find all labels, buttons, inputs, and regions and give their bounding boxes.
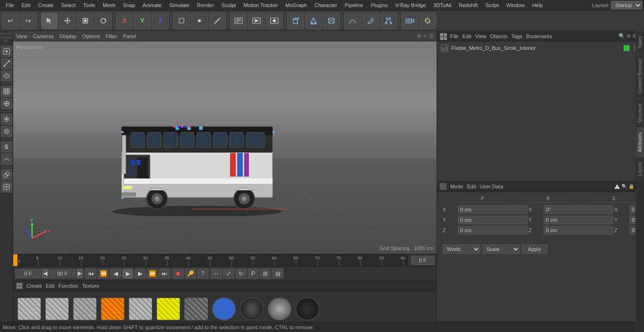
ap-lock-icon[interactable]: 🔒 (628, 184, 634, 189)
viewport-menu-cameras[interactable]: Cameras (33, 33, 54, 39)
end-frame-arrow[interactable]: ▶ (76, 269, 83, 278)
me-menu-texture[interactable]: Texture (82, 283, 99, 289)
menu-sculpt[interactable]: Sculpt (218, 1, 240, 9)
om-menu-tags[interactable]: Tags (512, 33, 522, 39)
end-frame-input[interactable] (50, 269, 75, 278)
viewport-menu-panel[interactable]: Panel (123, 33, 136, 39)
ap-pos-x-input[interactable] (458, 205, 528, 214)
menu-render[interactable]: Render (193, 1, 218, 9)
pivot-button[interactable]: P (248, 268, 259, 279)
menu-file[interactable]: File (2, 1, 18, 9)
ap-rot-x-input[interactable] (544, 205, 613, 214)
layout-dropdown[interactable]: Startup (611, 1, 642, 9)
bezier-button[interactable] (380, 12, 397, 29)
frame-input[interactable] (411, 256, 435, 265)
soft-selection-btn[interactable] (1, 126, 12, 137)
pen-tool-button[interactable] (362, 12, 379, 29)
world-dropdown[interactable]: World (443, 244, 480, 254)
menu-character[interactable]: Character (311, 1, 341, 9)
sculpt-btn[interactable] (1, 169, 12, 180)
move-keys-button[interactable]: ↔ (211, 268, 222, 279)
camera-button[interactable] (401, 12, 418, 29)
select-tool-button[interactable] (41, 12, 58, 29)
om-search2-icon[interactable]: ⊕ (627, 33, 631, 39)
tab-content-browser[interactable]: Content Browser (636, 53, 644, 98)
menu-select[interactable]: Select (58, 1, 80, 9)
me-menu-create[interactable]: Create (26, 283, 42, 289)
menu-3dtoall[interactable]: 3DToAll (429, 1, 455, 9)
next-keyframe-button[interactable]: ▶ (134, 268, 146, 279)
viewport-menu-view[interactable]: View (16, 33, 27, 39)
texture-mode-btn[interactable] (1, 86, 12, 97)
scale-keys-button[interactable]: ⤢ (223, 268, 234, 279)
menu-help[interactable]: Help (528, 1, 547, 9)
prev-keyframe-button[interactable]: ◀ (110, 268, 121, 279)
viewport-fullscreen-icon[interactable]: ⤢ (423, 33, 427, 39)
om-menu-file[interactable]: File (450, 33, 459, 39)
redo-button[interactable]: ↪ (20, 12, 37, 29)
spline-button[interactable] (344, 12, 361, 29)
smooth-btn[interactable] (1, 154, 12, 165)
interactive-render-button[interactable] (248, 12, 265, 29)
menu-snap[interactable]: Snap (119, 1, 139, 9)
auto-keyframe-button[interactable]: 🔑 (185, 268, 196, 279)
menu-window[interactable]: Window (503, 1, 528, 9)
menu-vray[interactable]: V-Ray Bridge (392, 1, 430, 9)
start-frame-input[interactable]: 0 F (15, 269, 41, 278)
prev-frame-button[interactable]: ⏪ (98, 268, 109, 279)
tab-structure[interactable]: Structure (636, 98, 644, 128)
om-menu-bookmarks[interactable]: Bookmarks (526, 33, 552, 39)
menu-redshift[interactable]: Redshift (455, 1, 481, 9)
ap-menu-edit[interactable]: Edit (467, 184, 476, 189)
viewport-settings-icon[interactable]: ☰ (429, 33, 434, 39)
ap-search-icon[interactable]: 🔍 (621, 184, 627, 189)
x-axis-button[interactable]: X (116, 12, 133, 29)
me-menu-edit[interactable]: Edit (46, 283, 55, 289)
menu-tools[interactable]: Tools (79, 1, 99, 9)
y-axis-button[interactable]: Y (134, 12, 151, 29)
tab-attributes[interactable]: Attributes (636, 127, 644, 157)
render-region-button[interactable] (230, 12, 247, 29)
z-axis-button[interactable]: Z (152, 12, 169, 29)
menu-pipeline[interactable]: Pipeline (341, 1, 367, 9)
next-frame-button[interactable]: ⏩ (147, 268, 158, 279)
start-frame-arrow[interactable]: ◀ (42, 269, 49, 278)
menu-plugins[interactable]: Plugins (367, 1, 391, 9)
light-button[interactable] (419, 12, 436, 29)
apply-button[interactable]: Apply (522, 244, 547, 254)
cube-button[interactable] (287, 12, 304, 29)
anim-options-button[interactable]: ▤ (272, 268, 283, 279)
menu-mograph[interactable]: MoGraph (281, 1, 311, 9)
grid-btn[interactable] (1, 181, 12, 193)
axis-mode-btn[interactable] (1, 98, 12, 109)
cone-button[interactable] (305, 12, 322, 29)
point-mode-button[interactable] (191, 12, 208, 29)
s-btn[interactable]: S (1, 141, 12, 153)
edges-mode-btn[interactable] (1, 58, 12, 69)
jump-start-button[interactable]: ⏮ (85, 268, 97, 279)
record-button[interactable]: ⏺ (173, 268, 184, 279)
jump-end-button[interactable]: ⏭ (159, 268, 170, 279)
menu-create[interactable]: Create (34, 1, 58, 9)
points-mode-btn[interactable] (1, 46, 12, 57)
ap-rot-y-input[interactable] (544, 216, 613, 224)
me-menu-function[interactable]: Function (58, 283, 78, 289)
edge-mode-button[interactable] (209, 12, 226, 29)
om-menu-edit[interactable]: Edit (462, 33, 471, 39)
menu-edit[interactable]: Edit (18, 1, 34, 9)
ap-pos-y-input[interactable] (458, 216, 528, 224)
viewport-menu-filter[interactable]: Filter (106, 33, 117, 39)
tab-takes[interactable]: Takes (636, 31, 644, 53)
ap-menu-mode[interactable]: Mode (450, 184, 463, 189)
ap-menu-userdata[interactable]: User Data (480, 184, 504, 189)
viewport-toggle-icon[interactable]: ⊕ (417, 33, 421, 39)
undo-button[interactable]: ↩ (2, 12, 19, 29)
timeline-track[interactable]: 0 5 10 15 20 25 30 35 40 (17, 254, 408, 266)
render-button[interactable] (266, 12, 283, 29)
keyframe-options-button[interactable]: ? (197, 268, 208, 279)
menu-simulate[interactable]: Simulate (165, 1, 193, 9)
ap-pos-z-input[interactable] (458, 226, 528, 235)
scale-tool-button[interactable] (77, 12, 94, 29)
om-search-icon[interactable]: 🔍 (619, 33, 625, 39)
menu-script[interactable]: Script (482, 1, 503, 9)
